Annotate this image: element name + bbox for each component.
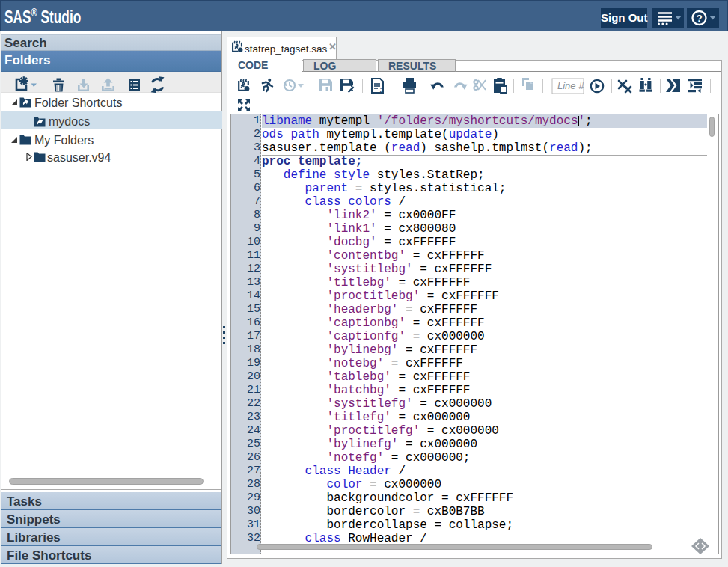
svg-text:;: ; <box>379 86 383 94</box>
svg-text:?: ? <box>696 13 702 24</box>
svg-text:Line #: Line # <box>557 80 584 91</box>
